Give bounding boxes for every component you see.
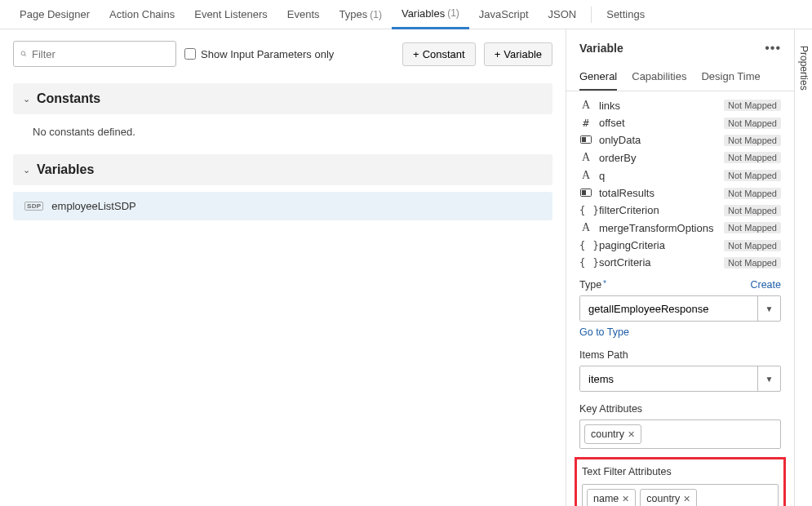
side-tab-label: Properties <box>798 46 810 91</box>
prop-name: totalResults <box>599 187 717 199</box>
svg-rect-5 <box>582 190 586 195</box>
not-mapped-badge: Not Mapped <box>724 152 781 163</box>
prop-row[interactable]: { }pagingCriteriaNot Mapped <box>566 237 794 254</box>
prop-name: q <box>599 170 717 182</box>
prop-row[interactable]: { }filterCriterionNot Mapped <box>566 202 794 219</box>
text-filter-label: Text Filter Attributes <box>582 466 672 477</box>
tab-page-designer[interactable]: Page Designer <box>10 0 100 29</box>
chevron-down-icon[interactable]: ▼ <box>757 296 780 321</box>
not-mapped-badge: Not Mapped <box>724 205 781 216</box>
key-attributes-group: Key Attributes country✕ <box>566 395 794 452</box>
chevron-down-icon: ⌄ <box>23 165 30 175</box>
items-path-input[interactable] <box>580 366 757 391</box>
chip[interactable]: country✕ <box>584 424 641 444</box>
type-label: Type <box>579 279 601 291</box>
type-icon: A <box>579 99 592 112</box>
panel-title: Variable <box>579 42 623 55</box>
constants-header[interactable]: ⌄ Constants <box>13 83 552 114</box>
prop-name: links <box>599 100 717 112</box>
toolbar: Show Input Parameters only + Constant + … <box>13 41 552 67</box>
prop-row[interactable]: onlyDataNot Mapped <box>566 131 794 149</box>
tab-settings[interactable]: Settings <box>597 0 654 29</box>
type-icon: A <box>579 151 592 164</box>
tab-action-chains[interactable]: Action Chains <box>100 0 184 29</box>
key-attributes-input[interactable]: country✕ <box>579 419 781 449</box>
search-icon <box>20 48 27 60</box>
create-type-link[interactable]: Create <box>750 279 781 291</box>
show-input-params-input[interactable] <box>184 48 196 60</box>
props-scroll[interactable]: AlinksNot Mapped#offsetNot MappedonlyDat… <box>566 91 794 506</box>
type-icon: # <box>579 117 592 129</box>
prop-name: filterCriterion <box>599 204 717 216</box>
text-filter-input[interactable]: name✕country✕ <box>582 484 779 506</box>
remove-chip-icon[interactable]: ✕ <box>622 494 629 504</box>
go-to-type-link[interactable]: Go to Type <box>579 326 781 338</box>
variables-header[interactable]: ⌄ Variables <box>13 154 552 185</box>
variable-name: employeeListSDP <box>51 200 135 212</box>
prop-row[interactable]: #offsetNot Mapped <box>566 114 794 131</box>
type-input[interactable] <box>580 296 757 321</box>
type-icon <box>579 135 592 146</box>
tab-events[interactable]: Events <box>277 0 330 29</box>
not-mapped-badge: Not Mapped <box>724 118 781 129</box>
type-select[interactable]: ▼ <box>579 295 781 322</box>
prop-row[interactable]: AorderByNot Mapped <box>566 149 794 166</box>
type-icon: { } <box>579 257 592 269</box>
variable-item[interactable]: SDP employeeListSDP <box>13 192 552 220</box>
subtab-capabilities[interactable]: Capabilities <box>632 64 686 91</box>
tab-separator <box>591 7 592 23</box>
prop-name: mergeTransformOptions <box>599 222 717 234</box>
prop-row[interactable]: { }sortCriteriaNot Mapped <box>566 254 794 271</box>
type-icon <box>579 188 592 199</box>
svg-point-0 <box>21 51 25 55</box>
properties-panel: Variable ••• General Capabilities Design… <box>566 29 794 506</box>
chip[interactable]: country✕ <box>640 489 697 506</box>
tab-event-listeners[interactable]: Event Listeners <box>184 0 277 29</box>
not-mapped-badge: Not Mapped <box>724 188 781 199</box>
chevron-down-icon[interactable]: ▼ <box>757 366 780 391</box>
items-path-select[interactable]: ▼ <box>579 366 781 392</box>
prop-name: sortCriteria <box>599 256 717 269</box>
svg-line-1 <box>24 55 26 56</box>
type-icon: A <box>579 221 592 234</box>
items-path-group: Items Path ▼ <box>566 341 794 395</box>
constants-empty-text: No constants defined. <box>33 126 135 138</box>
subtab-general[interactable]: General <box>579 64 617 91</box>
panel-header: Variable ••• <box>566 29 794 64</box>
constants-body: No constants defined. <box>13 121 552 154</box>
tab-types[interactable]: Types(1) <box>330 0 392 29</box>
side-tab-properties[interactable]: Properties <box>794 29 812 506</box>
variables-title: Variables <box>37 162 94 177</box>
add-constant-button[interactable]: + Constant <box>402 42 476 66</box>
prop-row[interactable]: totalResultsNot Mapped <box>566 184 794 202</box>
not-mapped-badge: Not Mapped <box>724 257 781 269</box>
tab-json[interactable]: JSON <box>539 0 587 29</box>
chip-label: country <box>646 493 680 504</box>
more-menu-icon[interactable]: ••• <box>765 41 781 55</box>
not-mapped-badge: Not Mapped <box>724 170 781 181</box>
prop-row[interactable]: AmergeTransformOptionsNot Mapped <box>566 219 794 237</box>
filter-input-wrap[interactable] <box>13 41 176 67</box>
prop-name: offset <box>599 117 717 129</box>
top-tabs: Page Designer Action Chains Event Listen… <box>0 0 812 29</box>
chip[interactable]: name✕ <box>587 489 636 506</box>
chip-label: country <box>591 428 624 440</box>
tab-javascript[interactable]: JavaScript <box>469 0 539 29</box>
show-input-params-checkbox[interactable]: Show Input Parameters only <box>184 48 334 60</box>
prop-name: orderBy <box>599 152 717 164</box>
filter-input[interactable] <box>32 48 169 60</box>
remove-chip-icon[interactable]: ✕ <box>683 494 690 504</box>
prop-row[interactable]: AqNot Mapped <box>566 166 794 184</box>
subtab-design-time[interactable]: Design Time <box>701 64 760 91</box>
tab-variables[interactable]: Variables(1) <box>392 0 469 29</box>
prop-name: pagingCriteria <box>599 239 717 251</box>
not-mapped-badge: Not Mapped <box>724 222 781 233</box>
key-attributes-label: Key Attributes <box>579 403 642 415</box>
prop-row[interactable]: AlinksNot Mapped <box>566 96 794 114</box>
not-mapped-badge: Not Mapped <box>724 100 781 111</box>
type-icon: A <box>579 169 592 182</box>
panel-subtabs: General Capabilities Design Time <box>566 64 794 91</box>
variable-type-badge: SDP <box>24 202 43 211</box>
add-variable-button[interactable]: + Variable <box>484 42 552 66</box>
remove-chip-icon[interactable]: ✕ <box>628 429 635 440</box>
